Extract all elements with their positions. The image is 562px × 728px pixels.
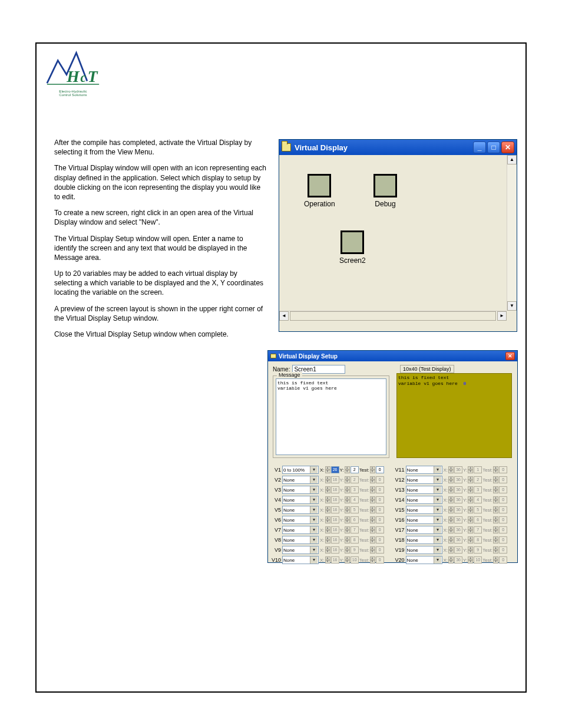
x-label: X: bbox=[444, 548, 448, 553]
y-spinner: ▲▼ bbox=[468, 556, 473, 564]
variable-select[interactable]: None bbox=[406, 496, 442, 504]
variable-select[interactable]: None bbox=[406, 486, 442, 494]
x-spinner[interactable]: ▲▼ bbox=[325, 466, 330, 473]
variable-select[interactable]: None bbox=[282, 516, 319, 524]
y-spinner: ▲▼ bbox=[345, 476, 350, 483]
screen-icon-screen2[interactable]: Screen2 bbox=[339, 230, 366, 265]
variable-row: V16 None X: ▲▼ 36 Y: ▲▼ 6 Test: ▲▼ 0 bbox=[394, 515, 515, 525]
scroll-left-icon[interactable]: ◄ bbox=[279, 311, 289, 321]
x-value: 36 bbox=[454, 476, 462, 483]
test-spinner: ▲▼ bbox=[493, 556, 498, 564]
window-title: Virtual Display bbox=[295, 143, 472, 152]
paragraph: A preview of the screen layout is shown … bbox=[54, 304, 266, 323]
x-value: 36 bbox=[454, 506, 462, 513]
test-label: Test: bbox=[359, 467, 369, 473]
scroll-corner bbox=[507, 311, 517, 321]
variable-select[interactable]: None bbox=[406, 506, 442, 514]
y-spinner[interactable]: ▲▼ bbox=[345, 466, 350, 473]
variable-columns: V1 0 to 100% X: ▲▼ 26 Y: ▲▼ 2 Test: ▲▼ 0… bbox=[270, 465, 515, 561]
window-client: Operation Debug Screen2 ▲ ▼ ◄ ► bbox=[279, 155, 517, 321]
paragraph: To create a new screen, right click in a… bbox=[54, 208, 266, 227]
x-label: X: bbox=[444, 518, 448, 523]
x-label: X: bbox=[444, 498, 448, 503]
minimize-button[interactable]: _ bbox=[473, 141, 486, 153]
message-legend: Message bbox=[277, 372, 302, 378]
test-value: 0 bbox=[499, 466, 507, 473]
variable-row: V2 None X: ▲▼ 16 Y: ▲▼ 2 Test: ▲▼ 0 bbox=[270, 475, 392, 485]
test-label: Test: bbox=[359, 477, 369, 483]
titlebar[interactable]: Virtual Display _ □ ✕ bbox=[279, 140, 517, 155]
test-value: 0 bbox=[376, 526, 384, 533]
test-label: Test: bbox=[359, 498, 369, 503]
scroll-up-icon[interactable]: ▲ bbox=[507, 155, 517, 164]
screen-icon-operation[interactable]: Operation bbox=[304, 174, 335, 208]
x-spinner: ▲▼ bbox=[325, 556, 330, 564]
scroll-down-icon[interactable]: ▼ bbox=[507, 301, 517, 311]
virtual-display-setup-window: Virtual Display Setup ✕ Name: Message th… bbox=[267, 350, 518, 563]
variable-row: V12 None X: ▲▼ 36 Y: ▲▼ 2 Test: ▲▼ 0 bbox=[394, 475, 515, 485]
variable-select[interactable]: None bbox=[282, 476, 319, 484]
test-spinner: ▲▼ bbox=[370, 556, 375, 564]
test-label: Test: bbox=[482, 518, 492, 523]
test-label: Test: bbox=[482, 538, 492, 543]
x-label: X: bbox=[444, 538, 448, 543]
y-value: 3 bbox=[474, 486, 482, 493]
test-spinner[interactable]: ▲▼ bbox=[370, 466, 375, 473]
test-value[interactable]: 0 bbox=[376, 466, 384, 473]
variable-select[interactable]: None bbox=[282, 496, 319, 504]
test-label: Test: bbox=[482, 467, 492, 473]
variable-row: V19 None X: ▲▼ 36 Y: ▲▼ 9 Test: ▲▼ 0 bbox=[394, 545, 515, 555]
test-value: 0 bbox=[376, 476, 384, 483]
scrollbar-thumb[interactable] bbox=[290, 311, 496, 321]
variable-label: V19 bbox=[394, 547, 406, 553]
y-spinner: ▲▼ bbox=[345, 506, 350, 513]
y-spinner: ▲▼ bbox=[468, 466, 473, 473]
y-value: 1 bbox=[474, 466, 482, 473]
close-button[interactable]: ✕ bbox=[501, 141, 514, 153]
variable-select[interactable]: None bbox=[406, 516, 442, 524]
variable-select[interactable]: None bbox=[282, 556, 319, 564]
titlebar[interactable]: Virtual Display Setup ✕ bbox=[268, 351, 517, 361]
variable-select[interactable]: 0 to 100% bbox=[282, 466, 319, 474]
variable-select[interactable]: None bbox=[282, 486, 319, 494]
canvas[interactable]: Operation Debug Screen2 bbox=[282, 157, 506, 310]
variable-row: V3 None X: ▲▼ 16 Y: ▲▼ 3 Test: ▲▼ 0 bbox=[270, 485, 392, 495]
test-spinner: ▲▼ bbox=[493, 536, 498, 543]
scroll-right-icon[interactable]: ► bbox=[497, 311, 507, 321]
horizontal-scrollbar[interactable]: ◄ ► bbox=[279, 311, 507, 321]
y-label: Y: bbox=[463, 518, 467, 523]
x-spinner: ▲▼ bbox=[325, 526, 330, 533]
variable-label: V3 bbox=[270, 487, 282, 493]
variable-label: V7 bbox=[270, 527, 282, 533]
variable-select[interactable]: None bbox=[282, 546, 319, 554]
x-spinner: ▲▼ bbox=[325, 486, 330, 493]
variable-select[interactable]: None bbox=[406, 476, 442, 484]
folder-icon bbox=[282, 143, 291, 151]
x-value: 16 bbox=[331, 506, 339, 513]
variable-select[interactable]: None bbox=[282, 526, 319, 534]
test-label: Test: bbox=[482, 477, 492, 483]
test-value: 0 bbox=[376, 546, 384, 554]
close-button[interactable]: ✕ bbox=[505, 352, 515, 360]
test-label: Test: bbox=[359, 518, 369, 523]
y-value: 6 bbox=[474, 516, 482, 523]
vertical-scrollbar[interactable]: ▲ ▼ bbox=[507, 155, 517, 311]
screen-icon-debug[interactable]: Debug bbox=[373, 174, 397, 208]
y-value[interactable]: 2 bbox=[351, 466, 359, 473]
x-spinner: ▲▼ bbox=[448, 476, 454, 483]
svg-text:c: c bbox=[81, 70, 87, 85]
variable-select[interactable]: None bbox=[406, 526, 442, 534]
variable-select[interactable]: None bbox=[282, 506, 319, 514]
variable-select[interactable]: None bbox=[406, 546, 442, 554]
screen-box-icon bbox=[308, 174, 331, 197]
y-spinner: ▲▼ bbox=[345, 516, 350, 523]
variable-select[interactable]: None bbox=[282, 536, 319, 544]
message-textarea[interactable]: this is fixed text variable v1 goes here bbox=[276, 378, 386, 455]
variable-select[interactable]: None bbox=[406, 466, 442, 474]
test-value: 0 bbox=[499, 536, 507, 543]
variable-select[interactable]: None bbox=[406, 556, 442, 564]
variable-label: V12 bbox=[394, 477, 406, 483]
variable-select[interactable]: None bbox=[406, 536, 442, 544]
x-value[interactable]: 26 bbox=[331, 466, 339, 473]
maximize-button[interactable]: □ bbox=[487, 141, 500, 153]
